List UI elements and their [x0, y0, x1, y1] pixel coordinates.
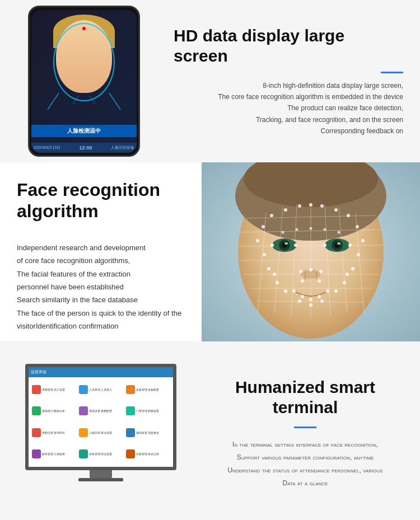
monitor-top-bar: 设置界面	[29, 367, 173, 377]
phone-date: 2020年8月13日	[34, 145, 60, 151]
monitor-grid-item: 报表统计 数据分析	[31, 401, 77, 421]
face-mesh-svg	[202, 162, 420, 341]
monitor-grid-item: 人脸识别 算法设置	[78, 423, 124, 443]
svg-point-50	[284, 289, 287, 293]
monitor-grid-item: 考勤管理 员工设置	[31, 380, 77, 400]
scan-status-bar: 人脸检测温中	[31, 125, 137, 137]
face-mesh-image-container	[202, 162, 420, 341]
svg-point-58	[309, 268, 312, 271]
svg-point-66	[326, 289, 329, 293]
svg-point-33	[256, 239, 259, 242]
monitor-item-icon	[32, 449, 41, 458]
blue-divider-1	[381, 72, 403, 73]
svg-point-40	[334, 208, 338, 212]
svg-point-45	[346, 273, 349, 276]
monitor-item-icon	[79, 406, 88, 415]
monitor-top-label: 设置界面	[31, 369, 46, 375]
svg-point-60	[301, 279, 304, 283]
svg-point-47	[320, 299, 324, 303]
monitor-item-icon	[32, 385, 41, 394]
monitor-grid-item: 设备管理 设备配置	[125, 380, 171, 400]
monitor-grid-item: 系统设置 参数配置	[78, 401, 124, 421]
face-recognition-description: Independent research and development of …	[17, 241, 190, 333]
svg-point-25	[284, 242, 288, 245]
svg-point-73	[351, 267, 354, 270]
svg-point-51	[273, 273, 276, 276]
smart-terminal-description: In the terminal setting interface of fac…	[207, 438, 403, 489]
svg-point-68	[296, 228, 298, 231]
monitor-screen: 设置界面 考勤管理 员工设置 人员管理 人员录入 设备管理 设备配置 报表统计 …	[25, 364, 176, 470]
scan-label: 人脸检测温中	[35, 127, 133, 135]
svg-point-34	[262, 225, 265, 228]
phone-time: 12:00	[80, 145, 92, 151]
monitor-stand	[90, 470, 112, 478]
face-mesh-visual	[202, 162, 420, 341]
monitor-item-icon	[79, 428, 88, 437]
svg-point-71	[338, 231, 340, 234]
monitor-grid-item: 通知设置 消息推送	[125, 423, 171, 443]
smart-terminal-content: Humanized smartterminal In the terminal …	[202, 341, 420, 520]
svg-point-42	[356, 225, 359, 228]
monitor-item-label: 系统设置 参数配置	[89, 409, 112, 413]
monitor-item-icon	[79, 385, 88, 394]
monitor-item-label: 访客管理 来访记录	[136, 452, 159, 456]
monitor-item-icon	[32, 428, 41, 437]
monitor-item-label: 设备管理 设备配置	[136, 388, 159, 392]
monitor-item-label: 排班管理 班次设置	[89, 452, 112, 456]
monitor-grid-item: 排班管理 班次设置	[78, 444, 124, 465]
svg-point-39	[320, 204, 324, 208]
svg-point-72	[267, 267, 270, 270]
svg-point-59	[319, 270, 323, 273]
svg-point-48	[309, 303, 312, 307]
monitor-item-label: 财务管理 工资核算	[42, 452, 65, 456]
hd-display-title: HD data display large screen	[174, 26, 403, 66]
svg-point-64	[309, 298, 312, 301]
phone-device-label: 人脸识别设备	[111, 145, 134, 151]
smart-terminal-title: Humanized smartterminal	[207, 377, 403, 418]
svg-point-46	[334, 289, 338, 293]
monitor-content-grid: 考勤管理 员工设置 人员管理 人员录入 设备管理 设备配置 报表统计 数据分析 …	[29, 377, 173, 467]
svg-line-0	[48, 93, 59, 110]
svg-point-35	[270, 214, 273, 217]
svg-line-3	[90, 96, 95, 104]
face-detection-area	[42, 15, 126, 110]
monitor-base	[78, 478, 123, 481]
monitor-item-icon	[126, 449, 135, 458]
svg-point-70	[324, 228, 326, 231]
monitor-item-label: 通知设置 消息推送	[136, 431, 159, 435]
phone-bottom-bar: 2020年8月13日 12:00 人脸识别设备	[31, 143, 137, 153]
monitor-item-label: 门禁管理 权限设置	[136, 409, 159, 413]
svg-line-1	[109, 93, 120, 110]
monitor-item-icon	[32, 406, 41, 415]
monitor-item-label: 人脸识别 算法设置	[89, 431, 112, 435]
svg-point-57	[299, 270, 302, 273]
svg-point-37	[298, 204, 301, 208]
monitor-item-label: 考勤记录 查询导出	[42, 431, 65, 435]
svg-point-29	[337, 242, 340, 245]
monitor-item-icon	[126, 385, 135, 394]
monitor-item-label: 报表统计 数据分析	[42, 409, 65, 413]
phone-mock-container: 人脸检测温中 2020年8月13日 12:00 人脸识别设备	[0, 0, 168, 162]
monitor-item-label: 人员管理 人员录入	[89, 388, 112, 392]
svg-point-75	[343, 281, 346, 284]
monitor-item-icon	[126, 406, 135, 415]
phone-screen: 人脸检测温中 2020年8月13日 12:00 人脸识别设备	[31, 10, 137, 153]
svg-line-2	[73, 96, 78, 104]
monitor-grid-item: 考勤记录 查询导出	[31, 423, 77, 443]
svg-point-54	[294, 243, 297, 247]
face-recognition-content: Face recognitionalgorithm Independent re…	[0, 162, 202, 341]
section-face-recognition: Face recognitionalgorithm Independent re…	[0, 162, 420, 341]
monitor-grid-item: 人员管理 人员录入	[78, 380, 124, 400]
svg-point-65	[318, 295, 321, 298]
monitor-grid-item: 门禁管理 权限设置	[125, 401, 171, 421]
monitor-device: 设置界面 考勤管理 员工设置 人员管理 人员录入 设备管理 设备配置 报表统计 …	[20, 364, 182, 498]
svg-point-38	[309, 203, 312, 207]
svg-point-49	[298, 299, 301, 303]
svg-point-41	[347, 214, 350, 217]
monitor-grid-item: 财务管理 工资核算	[31, 444, 77, 465]
svg-point-61	[318, 279, 321, 283]
svg-point-62	[292, 289, 296, 293]
monitor-item-label: 考勤管理 员工设置	[42, 388, 65, 392]
svg-point-52	[263, 253, 266, 256]
svg-point-55	[323, 243, 326, 247]
